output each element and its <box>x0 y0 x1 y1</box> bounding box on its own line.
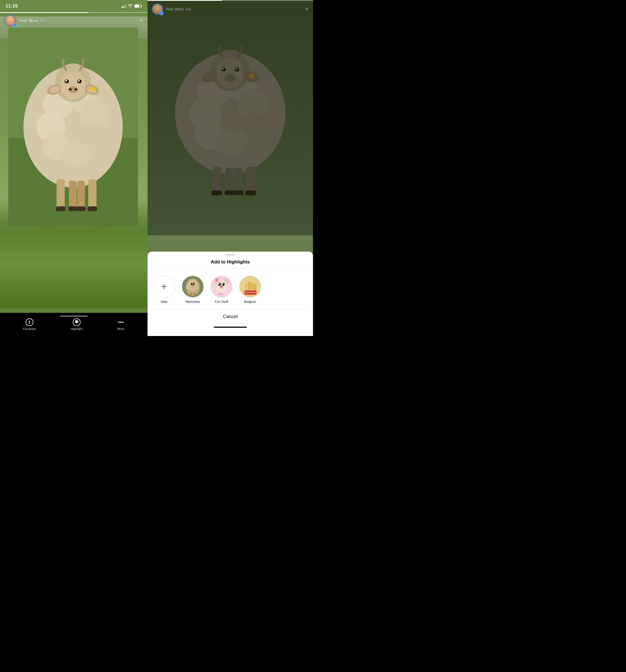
sheet-title: Add to Highlights <box>152 259 308 269</box>
story-progress-left <box>0 12 148 13</box>
facebook-icon: f <box>26 318 33 326</box>
svg-point-24 <box>90 87 95 91</box>
story-info-left: Your Story 13s <box>19 19 46 23</box>
nav-highlight[interactable]: Highlight <box>71 318 82 331</box>
new-highlight-circle: + <box>153 275 175 298</box>
svg-point-90 <box>219 283 220 284</box>
sheep-image-left <box>8 28 138 226</box>
avatar-container-left: + <box>4 15 16 26</box>
story-header-left: + Your Story 13s × <box>0 12 148 29</box>
svg-rect-26 <box>69 181 77 210</box>
svg-point-92 <box>220 286 223 288</box>
svg-point-16 <box>61 72 85 99</box>
bottom-nav: f Facebook Highlight <box>0 318 148 331</box>
home-indicator-right <box>214 327 247 328</box>
svg-rect-69 <box>246 190 256 195</box>
svg-point-79 <box>193 283 195 285</box>
battery-icon <box>134 4 142 8</box>
sheep-image-right <box>158 17 302 199</box>
svg-point-91 <box>222 283 223 284</box>
svg-point-20 <box>78 80 80 82</box>
nav-more[interactable]: More <box>117 318 125 331</box>
highlight-new[interactable]: + New <box>153 275 175 304</box>
highlight-icon <box>73 318 80 326</box>
belgium-highlight-circle <box>239 275 261 298</box>
svg-point-53 <box>217 58 244 88</box>
new-highlight-label: New <box>161 300 167 304</box>
more-icon <box>117 318 125 326</box>
story-time-left: 13s <box>40 19 46 23</box>
nav-facebook-label: Facebook <box>23 327 36 331</box>
bottom-bar-left: f Facebook Highlight <box>0 313 148 336</box>
svg-rect-27 <box>77 181 85 210</box>
svg-point-61 <box>249 74 254 78</box>
svg-rect-34 <box>141 5 142 7</box>
svg-point-78 <box>191 283 193 285</box>
svg-point-80 <box>192 285 194 286</box>
svg-point-41 <box>122 322 124 323</box>
home-indicator-left <box>60 316 88 317</box>
svg-rect-101 <box>245 292 256 293</box>
nav-highlight-label: Highlight <box>71 327 82 331</box>
story-time-right: 19s <box>185 7 191 11</box>
story-top-right: + Your Story 19s × <box>148 1 313 17</box>
status-bar-left: 11:26 <box>0 0 148 12</box>
svg-rect-68 <box>233 190 244 195</box>
sheet-drag-handle <box>225 254 235 256</box>
memories-highlight-circle <box>182 275 204 298</box>
svg-point-59 <box>235 68 237 70</box>
highlight-memories[interactable]: Memories <box>182 275 204 304</box>
svg-point-22 <box>69 88 72 91</box>
new-plus-icon: + <box>161 282 167 292</box>
wifi-icon <box>128 4 133 8</box>
svg-point-40 <box>120 322 122 323</box>
close-story-right[interactable]: × <box>305 5 308 13</box>
svg-rect-25 <box>56 179 65 210</box>
story-name-left: Your Story <box>19 19 38 23</box>
svg-rect-35 <box>135 5 139 7</box>
svg-rect-28 <box>88 179 97 210</box>
svg-rect-66 <box>211 190 222 195</box>
funstuff-highlight-circle: linda <box>210 275 232 298</box>
svg-rect-32 <box>88 206 97 211</box>
svg-rect-29 <box>56 206 65 211</box>
highlights-row: + New <box>148 269 313 309</box>
svg-point-39 <box>118 322 120 323</box>
right-panel: + Your Story 19s × Add to Highlights + N… <box>148 0 313 336</box>
svg-point-19 <box>65 80 67 82</box>
svg-point-9 <box>61 142 91 167</box>
add-to-highlights-sheet: Add to Highlights + New <box>148 251 313 336</box>
signal-icon <box>122 4 126 8</box>
svg-point-23 <box>74 88 77 91</box>
highlight-belgium[interactable]: Belgium <box>239 275 261 304</box>
svg-rect-81 <box>190 292 192 297</box>
svg-point-88 <box>218 283 221 286</box>
svg-text:linda: linda <box>218 292 223 295</box>
svg-point-50 <box>216 129 248 155</box>
svg-point-58 <box>222 68 224 70</box>
svg-rect-31 <box>77 206 85 211</box>
avatar-container-right: + <box>152 4 163 15</box>
left-panel: 11:26 <box>0 0 148 336</box>
story-info-right: Your Story 19s <box>166 7 191 11</box>
svg-point-60 <box>225 74 236 82</box>
story-header-right: + Your Story 19s × <box>148 0 313 17</box>
status-icons <box>122 4 142 8</box>
svg-text:f: f <box>29 320 30 325</box>
close-story-left[interactable]: × <box>140 17 143 24</box>
add-story-badge[interactable]: + <box>13 23 17 27</box>
memories-highlight-label: Memories <box>185 300 200 304</box>
svg-rect-82 <box>193 292 196 297</box>
funstuff-highlight-label: Fun Stuff <box>215 300 228 304</box>
svg-rect-30 <box>68 206 77 211</box>
svg-point-89 <box>222 283 225 286</box>
svg-rect-67 <box>225 190 235 195</box>
progress-fill-left <box>0 12 89 13</box>
belgium-highlight-label: Belgium <box>244 300 256 304</box>
cancel-button[interactable]: Cancel <box>152 309 308 324</box>
highlight-funstuff[interactable]: linda Fun Stuff <box>210 275 232 304</box>
time-display: 11:26 <box>5 3 18 9</box>
add-story-badge-right[interactable]: + <box>160 11 164 15</box>
nav-more-label: More <box>118 327 124 331</box>
nav-facebook[interactable]: f Facebook <box>23 318 36 331</box>
